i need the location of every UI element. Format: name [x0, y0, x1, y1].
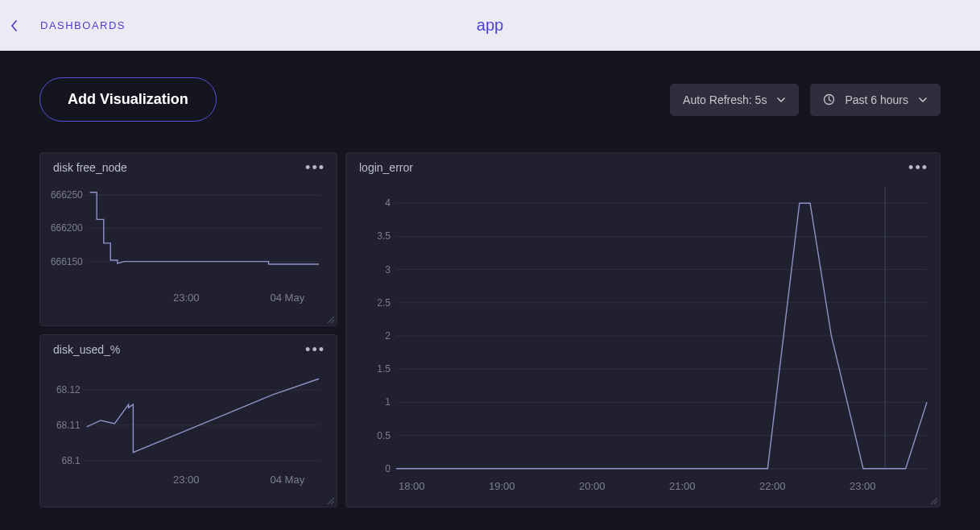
ytick: 2.5 — [377, 297, 391, 308]
chart-login-error: 43.532.521.510.50 — [346, 179, 940, 477]
ytick: 666250 — [51, 189, 83, 201]
chart-disk-used: 68.12 68.11 68.1 — [40, 361, 337, 474]
ytick: 0 — [385, 463, 391, 474]
ytick: 3 — [385, 264, 391, 275]
panel-title: disk free_node — [53, 161, 127, 174]
ytick: 0.5 — [377, 430, 391, 441]
back-chevron-icon[interactable] — [6, 18, 23, 34]
right-controls: Auto Refresh: 5s Past 6 hours — [670, 84, 941, 116]
ytick: 1 — [385, 396, 391, 408]
breadcrumb[interactable]: DASHBOARDS — [40, 19, 126, 31]
xtick: 20:00 — [579, 480, 669, 492]
xtick: 23:00 — [850, 480, 940, 492]
auto-refresh-label: Auto Refresh: 5s — [683, 93, 767, 106]
panel-login-error: login_error ••• 43.532.521.510.50 18:001… — [345, 152, 941, 507]
panel-disk-free-node: disk free_node ••• 666250 666200 666150 — [39, 152, 337, 326]
xtick: 19:00 — [489, 480, 579, 492]
xtick: 21:00 — [669, 480, 759, 492]
panel-grid: disk free_node ••• 666250 666200 666150 — [39, 152, 941, 507]
dashboard-content: Add Visualization Auto Refresh: 5s Past … — [0, 51, 980, 507]
ytick: 666200 — [51, 222, 83, 234]
panel-disk-used-pct: disk_used_% ••• 68.12 68.11 68.1 2 — [39, 334, 337, 507]
panel-menu-icon[interactable]: ••• — [305, 164, 325, 171]
resize-handle-icon[interactable] — [325, 314, 335, 324]
clock-icon — [823, 93, 835, 106]
time-range-label: Past 6 hours — [845, 93, 908, 106]
xtick: 23:00 — [173, 292, 200, 304]
panel-menu-icon[interactable]: ••• — [908, 164, 928, 171]
xtick: 04 May — [271, 292, 305, 304]
page-title: app — [477, 16, 503, 35]
ytick: 666150 — [51, 256, 83, 267]
ytick: 1.5 — [377, 363, 391, 375]
top-bar: DASHBOARDS app — [0, 0, 980, 51]
resize-handle-icon[interactable] — [928, 495, 938, 505]
ytick: 3.5 — [377, 230, 391, 242]
xtick: 18:00 — [399, 480, 489, 492]
panel-menu-icon[interactable]: ••• — [305, 346, 325, 353]
panel-title: login_error — [359, 161, 413, 174]
resize-handle-icon[interactable] — [325, 495, 335, 505]
xtick: 23:00 — [173, 474, 200, 486]
ytick: 4 — [385, 197, 391, 209]
add-visualization-button[interactable]: Add Visualization — [39, 77, 217, 122]
xtick: 22:00 — [759, 480, 850, 492]
ytick: 68.11 — [56, 420, 81, 431]
ytick: 68.12 — [56, 384, 81, 395]
auto-refresh-dropdown[interactable]: Auto Refresh: 5s — [670, 84, 799, 116]
chart-disk-free: 666250 666200 666150 — [40, 179, 337, 292]
ytick: 68.1 — [62, 455, 81, 466]
chevron-down-icon — [776, 97, 786, 103]
panel-title: disk_used_% — [53, 343, 120, 356]
time-range-dropdown[interactable]: Past 6 hours — [810, 84, 941, 116]
chevron-down-icon — [918, 97, 928, 103]
ytick: 2 — [385, 330, 391, 342]
xtick: 04 May — [271, 474, 305, 486]
toolbar-row: Add Visualization Auto Refresh: 5s Past … — [39, 77, 941, 122]
